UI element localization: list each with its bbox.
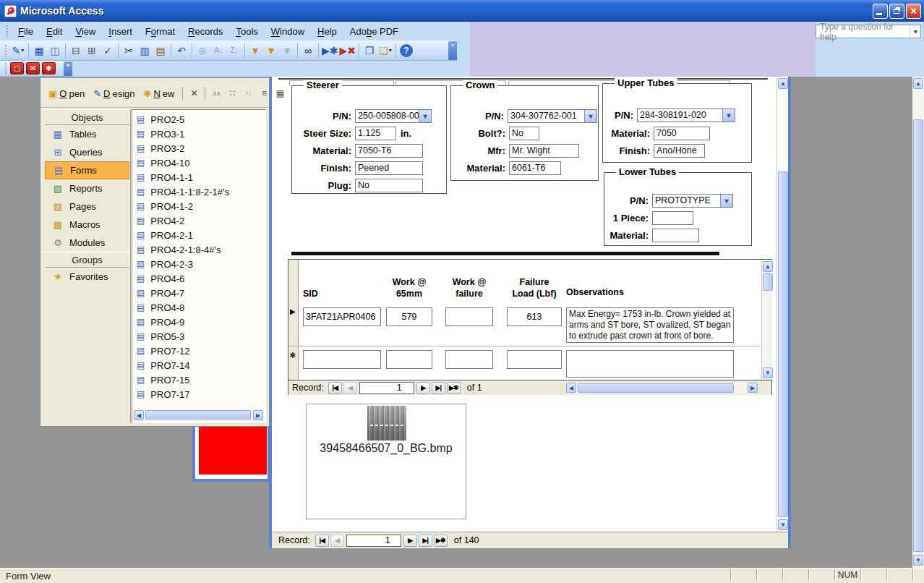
scroll-right-icon[interactable]: ▶ bbox=[253, 410, 263, 420]
list-horizontal-scrollbar[interactable]: ◀ ▶ bbox=[134, 409, 264, 421]
previous-record-button[interactable]: ◀ bbox=[343, 382, 357, 394]
form-list-item[interactable]: ▤PRO7-17 bbox=[132, 387, 265, 401]
cut-icon[interactable]: ✂ bbox=[121, 43, 137, 59]
new-object-icon[interactable]: ❏▾ bbox=[377, 43, 393, 59]
work65-field[interactable]: 579 bbox=[386, 307, 432, 326]
file-search-icon[interactable]: ◫ bbox=[47, 43, 63, 59]
first-record-button[interactable]: |◀ bbox=[328, 382, 342, 394]
scrollbar-thumb[interactable] bbox=[913, 119, 923, 552]
last-record-button[interactable]: ▶| bbox=[432, 382, 445, 394]
objects-header[interactable]: Objects bbox=[45, 109, 129, 125]
scroll-up-icon[interactable]: ▲ bbox=[763, 261, 773, 272]
crown-mfr-field[interactable]: Mr. Wight bbox=[509, 144, 579, 158]
form-list-item[interactable]: ▤PRO7-15 bbox=[132, 373, 265, 387]
print-icon[interactable]: ⊟ bbox=[68, 43, 84, 59]
next-record-button[interactable]: ▶ bbox=[403, 535, 417, 547]
lower-piece-field[interactable] bbox=[652, 211, 693, 225]
sidebar-item-queries[interactable]: ⊞Queries bbox=[45, 143, 129, 161]
menu-edit[interactable]: Edit bbox=[40, 25, 69, 38]
help-icon[interactable]: ? bbox=[400, 44, 413, 57]
menu-records[interactable]: Records bbox=[181, 25, 229, 38]
menu-window[interactable]: Window bbox=[265, 25, 311, 38]
form-list-item[interactable]: ▤PRO7-12 bbox=[132, 344, 265, 358]
convert-and-send-for-review-icon[interactable]: ✱ bbox=[42, 62, 56, 75]
chevron-down-icon[interactable]: ▾ bbox=[910, 25, 920, 38]
steerer-finish-field[interactable]: Peened bbox=[355, 161, 423, 175]
design-button[interactable]: ✎Design bbox=[90, 86, 138, 101]
form-list-item[interactable]: ▤PRO4-2-3 bbox=[132, 257, 265, 271]
scroll-up-icon[interactable]: ▲ bbox=[913, 78, 923, 89]
sort-ascending-icon[interactable]: A↓ bbox=[210, 43, 226, 59]
dropdown-button[interactable]: ▾ bbox=[722, 109, 735, 122]
steerer-material-field[interactable]: 7050-T6 bbox=[355, 144, 423, 158]
sidebar-item-forms[interactable]: ▤Forms bbox=[45, 161, 129, 179]
crown-bolt-field[interactable]: No bbox=[509, 127, 539, 140]
form-list-item[interactable]: ▤PRO2-5 bbox=[132, 112, 265, 127]
failload-field-new[interactable] bbox=[507, 350, 562, 369]
new-record-button[interactable]: ▶✱ bbox=[434, 535, 448, 547]
subform-vertical-scrollbar[interactable]: ▲ ▼ bbox=[761, 260, 772, 380]
workfail-field-new[interactable] bbox=[445, 350, 493, 369]
form-list-item[interactable]: ▤PRO4-2 bbox=[132, 213, 265, 228]
sidebar-item-pages[interactable]: ▨Pages bbox=[45, 197, 129, 216]
menu-tools[interactable]: Tools bbox=[229, 25, 264, 38]
scrollbar-thumb[interactable] bbox=[778, 171, 788, 517]
record-number-input[interactable]: 1 bbox=[346, 535, 401, 547]
steerer-plug-field[interactable]: No bbox=[355, 179, 423, 192]
groups-header[interactable]: Groups bbox=[45, 252, 129, 268]
ask-a-question-input[interactable]: Type a question for help ▾ bbox=[816, 25, 921, 38]
sidebar-item-tables[interactable]: ▦Tables bbox=[45, 125, 129, 143]
form-vertical-scrollbar[interactable]: ▲ ▼ bbox=[777, 77, 788, 532]
scrollbar-thumb[interactable] bbox=[578, 383, 734, 393]
new-button[interactable]: ✱New bbox=[140, 86, 179, 101]
scroll-down-icon[interactable]: ▼ bbox=[763, 367, 773, 378]
delete-icon[interactable]: ✕ bbox=[186, 86, 202, 101]
form-list-item[interactable]: ▤PRO4-10 bbox=[132, 156, 265, 170]
crown-material-field[interactable]: 6061-T6 bbox=[509, 161, 561, 175]
menu-file[interactable]: File bbox=[12, 25, 40, 38]
sort-descending-icon[interactable]: Z↓ bbox=[226, 43, 242, 59]
filter-by-form-icon[interactable]: ▼ bbox=[263, 43, 279, 59]
scroll-down-icon[interactable]: ▼ bbox=[778, 519, 788, 530]
record-number-input[interactable]: 1 bbox=[359, 382, 414, 394]
delete-record-icon[interactable]: ▶✖ bbox=[339, 43, 357, 59]
steer-size-field[interactable]: 1.125 bbox=[355, 127, 396, 140]
spelling-icon[interactable]: ✓ bbox=[100, 43, 116, 59]
sort-az-icon[interactable]: aa bbox=[208, 86, 224, 101]
details-view-icon[interactable]: ▦ bbox=[272, 86, 288, 101]
subform-horizontal-scrollbar[interactable]: ◀ ▶ bbox=[566, 383, 758, 393]
observations-field[interactable]: Max Energy= 1753 in-lb. Crown yielded at… bbox=[566, 307, 734, 343]
crown-pn-combobox[interactable]: 304-307762-001 ▾ bbox=[508, 109, 597, 123]
form-list-item[interactable]: ▤PRO4-2-1:8-4#'s bbox=[132, 242, 265, 257]
form-list-item[interactable]: ▤PRO4-2-1 bbox=[132, 228, 265, 242]
scroll-down-icon[interactable]: ▼ bbox=[913, 555, 923, 566]
upper-finish-field[interactable]: Ano/Hone bbox=[654, 144, 705, 158]
undo-icon[interactable]: ↶ bbox=[174, 43, 189, 59]
first-record-button[interactable]: |◀ bbox=[315, 535, 329, 547]
small-icons-icon[interactable]: ∷ bbox=[240, 86, 256, 101]
next-record-button[interactable]: ▶ bbox=[416, 382, 430, 394]
sidebar-item-macros[interactable]: ▩Macros bbox=[45, 216, 129, 234]
apply-filter-icon[interactable]: ▼ bbox=[279, 43, 295, 59]
lower-material-field[interactable] bbox=[652, 229, 699, 242]
toolbar-drag-handle[interactable] bbox=[4, 44, 7, 57]
save-icon[interactable]: ▦ bbox=[31, 43, 47, 59]
photo-thumbnail[interactable] bbox=[367, 406, 406, 441]
last-record-button[interactable]: ▶| bbox=[419, 535, 432, 547]
upper-pn-combobox[interactable]: 284-308191-020 ▾ bbox=[637, 108, 735, 122]
form-list-item[interactable]: ▤PRO4-1-1:8-2-1#'s bbox=[132, 184, 265, 199]
copy-icon[interactable]: ▥ bbox=[137, 43, 153, 59]
previous-record-button[interactable]: ◀ bbox=[330, 535, 344, 547]
list-view-icon[interactable]: ≡ bbox=[256, 86, 272, 101]
new-record-button[interactable]: ▶✱ bbox=[447, 382, 461, 394]
workspace-vertical-scrollbar[interactable]: ▲ ▼ bbox=[912, 77, 924, 568]
failload-field[interactable]: 613 bbox=[507, 307, 562, 326]
scrollbar-thumb[interactable] bbox=[145, 410, 251, 420]
dropdown-button[interactable]: ▾ bbox=[720, 195, 732, 207]
large-icons-icon[interactable]: ∷ bbox=[224, 86, 240, 101]
menu-adobe-pdf[interactable]: Adobe PDF bbox=[343, 25, 405, 38]
convert-and-email-icon[interactable]: ✉ bbox=[26, 62, 40, 75]
lower-pn-combobox[interactable]: PROTOTYPE ▾ bbox=[652, 194, 733, 208]
form-list-item[interactable]: ▤PRO4-7 bbox=[132, 286, 265, 300]
steerer-pn-combobox[interactable]: 250-005808-00 ▾ bbox=[355, 109, 432, 123]
